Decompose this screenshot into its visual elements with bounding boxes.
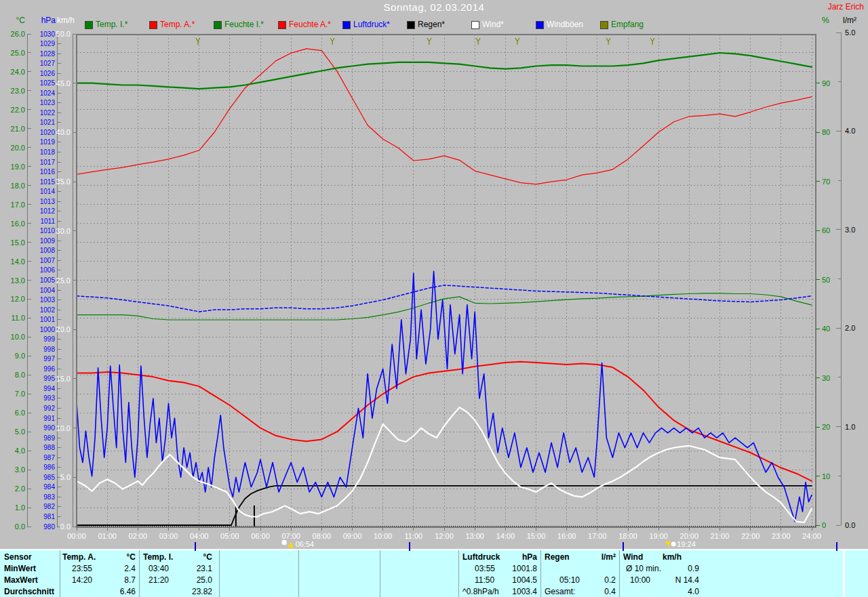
tick-label: 08:00	[313, 532, 332, 540]
tick-label: 1.0	[845, 423, 855, 431]
tick-label: 17.0	[11, 201, 25, 209]
tick-label: 7.0	[15, 390, 25, 398]
tick-label: 1003	[40, 296, 56, 304]
tick-label: 1002	[40, 306, 56, 314]
tick-label: 1027	[40, 60, 56, 67]
tick-label: 80	[822, 128, 830, 136]
tick-label: 35.0	[56, 178, 71, 186]
table-col-luftdruck: LuftdruckhPa 03:551001.8 11:501004.5 ^0.…	[462, 550, 537, 597]
empfang-icon	[476, 38, 480, 45]
avg-value: 1003.4	[512, 587, 537, 597]
tick-label: 05:00	[220, 532, 239, 540]
tick-label: 1005	[40, 276, 56, 284]
tick-label: 06:54	[296, 540, 315, 548]
max-value: 8.7	[124, 575, 136, 585]
min-value: 0.9	[688, 564, 699, 574]
blue-tick	[836, 542, 837, 551]
tick-label: 995	[43, 375, 55, 382]
row-label-maxwert: MaxWert	[4, 575, 58, 585]
tick-label: 21:00	[711, 532, 730, 540]
weather-app-window: { "header": { "title": "Sonntag, 02.03.2…	[0, 0, 868, 597]
min-time: 03:55	[475, 564, 495, 574]
tick-label: 1015	[40, 178, 56, 186]
axis-rain: 0.01.02.03.04.05.0	[836, 28, 855, 529]
tick-label: 1006	[40, 266, 56, 274]
tick-label: 1009	[40, 237, 56, 245]
col-name: Temp. A.	[62, 552, 96, 562]
tick-label: 13.0	[11, 276, 25, 285]
gridlines	[77, 35, 816, 527]
table-separator	[380, 550, 380, 597]
tick-label: 1014	[40, 188, 56, 195]
tick-label: 21.0	[11, 125, 25, 133]
tick-label: 992	[43, 405, 55, 412]
col-unit: °C	[127, 552, 136, 562]
tick-label: 1020	[40, 129, 56, 136]
tick-label: 15.0	[56, 375, 71, 383]
tick-label: 20:00	[680, 532, 699, 540]
tick-label: 982	[43, 503, 55, 510]
tick-label: 1013	[40, 198, 56, 205]
tick-label: 09:00	[343, 532, 362, 540]
tick-label: 1.0	[15, 503, 25, 512]
tick-label: 1001	[40, 316, 56, 323]
tick-label: 18.0	[11, 182, 25, 190]
avg-value: 4.0	[688, 587, 699, 597]
tick-label: 1030	[40, 30, 56, 38]
tick-label: 989	[43, 434, 55, 442]
tick-label: 25.0	[11, 49, 25, 57]
col-unit: l/m²	[601, 552, 616, 562]
tick-label: 1026	[40, 70, 56, 77]
tick-label: 25.0	[56, 276, 71, 285]
tick-label: 987	[43, 454, 55, 461]
max-value: 1004.5	[512, 575, 537, 585]
tick-label: 11:00	[404, 532, 422, 540]
tick-label: 50.0	[56, 30, 71, 38]
tick-label: 1011	[40, 218, 55, 225]
table-separator	[540, 550, 541, 597]
tick-label: 1004	[40, 287, 56, 294]
table-col-regen: Regenl/m² 05:100.2 Gesamt:0.4	[545, 550, 616, 597]
tick-label: 19:24	[677, 540, 696, 548]
table-col-temp-a: Temp. A.°C 23:552.4 14:208.7 6.46	[62, 550, 136, 597]
tick-label: 1012	[40, 207, 56, 215]
tick-label: 40.0	[56, 128, 71, 136]
axis-temp: 0.01.02.03.04.05.06.07.08.09.010.011.012…	[11, 30, 31, 531]
tick-label: 9.0	[15, 352, 25, 360]
tick-label: 22:00	[741, 532, 760, 540]
table-separator	[60, 550, 60, 597]
tick-label: 14.0	[11, 258, 25, 266]
tick-label: 2.0	[845, 324, 855, 332]
tick-label: 986	[43, 464, 55, 471]
col-name: Luftdruck	[462, 552, 500, 562]
sunrise-icon	[282, 540, 287, 545]
tick-label: 19:00	[649, 532, 668, 540]
tick-label: 23:00	[772, 532, 791, 540]
max-time: 11:50	[475, 575, 494, 585]
sunrise-arrow-icon	[288, 541, 294, 548]
sunset-arrow-icon	[665, 541, 671, 547]
tick-label: 1017	[40, 159, 56, 166]
tick-label: 22.0	[11, 106, 25, 114]
tick-label: 18:00	[618, 532, 637, 540]
empfang-icon	[650, 38, 654, 45]
tick-label: 985	[43, 474, 55, 481]
tick-label: 10.0	[56, 424, 71, 432]
tick-label: 980	[43, 523, 55, 531]
table-separator	[219, 550, 220, 597]
tick-label: 988	[43, 444, 55, 451]
tick-label: 20	[822, 423, 830, 431]
plot-frame	[77, 35, 816, 527]
tick-label: 2.0	[15, 485, 25, 493]
tick-label: 00:00	[67, 532, 86, 540]
col-unit: hPa	[522, 552, 537, 562]
tick-label: 1021	[40, 119, 56, 126]
empfang-icon	[330, 38, 334, 45]
table-col-temp-i: Temp. I.°C 03:4023.1 21:2025.0 23.82	[143, 550, 212, 597]
table-separator	[619, 550, 620, 597]
tick-label: 10	[822, 472, 830, 480]
axis-humidity: 0102030405060708090	[816, 79, 830, 530]
max-time: 14:20	[72, 575, 92, 585]
tick-label: 14:00	[496, 532, 515, 540]
tick-label: 17:00	[588, 532, 607, 540]
